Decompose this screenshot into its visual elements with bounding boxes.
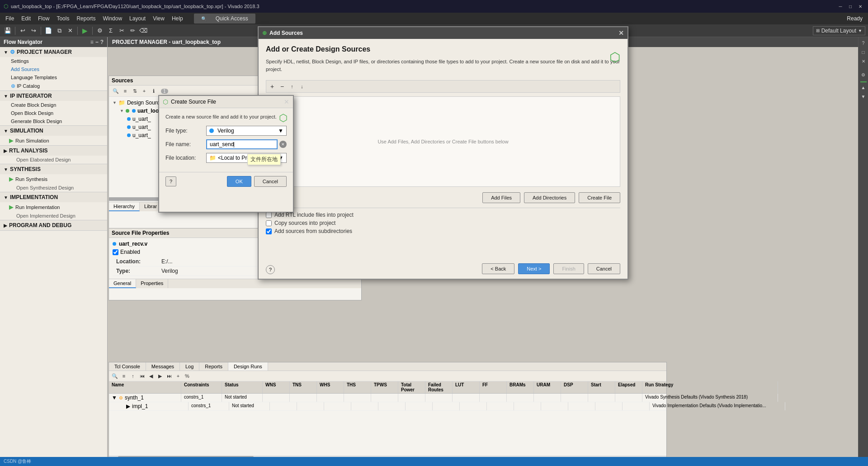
checkbox-subdirs[interactable] bbox=[266, 228, 272, 234]
help-circle-icon[interactable]: ? bbox=[266, 265, 275, 274]
cancel-button[interactable]: Cancel bbox=[588, 263, 620, 274]
fn-generate-block-design[interactable]: Generate Block Design bbox=[0, 117, 107, 125]
sfp-tab-properties[interactable]: Properties bbox=[136, 279, 168, 288]
tab-log[interactable]: Log bbox=[180, 362, 199, 371]
copy-button[interactable]: ⧉ bbox=[54, 26, 64, 36]
fn-language-templates[interactable]: Language Templates bbox=[0, 73, 107, 81]
menu-tools[interactable]: Tools bbox=[53, 14, 73, 23]
synth-expand[interactable]: ▼ bbox=[112, 395, 117, 401]
add-file-button[interactable]: + bbox=[140, 87, 148, 95]
rp-chevron-up[interactable]: ▲ bbox=[859, 83, 868, 91]
bt-first[interactable]: ⏮ bbox=[138, 372, 146, 380]
checkbox-copy[interactable] bbox=[266, 220, 272, 226]
add-directories-button[interactable]: Add Directories bbox=[524, 192, 575, 203]
menu-file[interactable]: File bbox=[2, 14, 18, 23]
fn-add-sources[interactable]: Add Sources bbox=[0, 65, 107, 73]
checkbox-rtl[interactable] bbox=[266, 212, 272, 218]
close-button[interactable]: ✕ bbox=[856, 3, 864, 10]
bt-percent[interactable]: % bbox=[183, 372, 191, 380]
tab-tcl-console[interactable]: Tcl Console bbox=[109, 362, 146, 371]
clear-filename-button[interactable]: ✕ bbox=[279, 141, 287, 148]
csf-ok-button[interactable]: OK bbox=[227, 176, 251, 187]
create-file-button[interactable]: Create File bbox=[579, 192, 620, 203]
redo-button[interactable]: ↪ bbox=[28, 26, 38, 36]
maximize-button[interactable]: □ bbox=[846, 3, 854, 10]
quick-access-button[interactable]: 🔍 Quick Access bbox=[194, 14, 255, 24]
collapse-button[interactable]: ⇅ bbox=[131, 87, 139, 95]
menu-help[interactable]: Help bbox=[168, 14, 187, 23]
file-name-input[interactable]: uart_send bbox=[206, 139, 278, 149]
fn-settings[interactable]: Settings bbox=[0, 57, 107, 65]
sfp-tab-general[interactable]: General bbox=[109, 279, 136, 288]
menu-layout[interactable]: Layout bbox=[126, 14, 149, 23]
fn-open-implemented[interactable]: Open Implemented Design bbox=[0, 212, 107, 220]
new-button[interactable]: 📄 bbox=[43, 26, 53, 36]
add-sources-close[interactable]: ✕ bbox=[618, 29, 624, 37]
impl-expand[interactable]: ▶ bbox=[119, 403, 130, 409]
tab-messages[interactable]: Messages bbox=[146, 362, 180, 371]
rp-help[interactable]: ? bbox=[859, 39, 868, 47]
fn-ip-catalog[interactable]: ⊕ IP Catalog bbox=[0, 81, 107, 90]
fn-open-block-design[interactable]: Open Block Design bbox=[0, 109, 107, 117]
sfp-enabled-checkbox[interactable] bbox=[113, 249, 118, 255]
section-prog-header[interactable]: ▶ PROGRAM AND DEBUG bbox=[0, 220, 107, 230]
fa-remove-button[interactable]: − bbox=[278, 82, 286, 90]
fa-up-button[interactable]: ↑ bbox=[288, 82, 296, 90]
bt-skip[interactable]: ⏭ bbox=[165, 372, 173, 380]
file-type-select[interactable]: Verilog ▼ bbox=[206, 126, 287, 136]
bt-search[interactable]: 🔍 bbox=[111, 372, 119, 380]
erase-button[interactable]: ⌫ bbox=[138, 26, 148, 36]
fa-down-button[interactable]: ↓ bbox=[298, 82, 306, 90]
section-ip-header[interactable]: ▼ IP INTEGRATOR bbox=[0, 91, 107, 101]
undo-button[interactable]: ↩ bbox=[18, 26, 28, 36]
minimize-button[interactable]: ─ bbox=[836, 3, 844, 10]
filter-button[interactable]: ≡ bbox=[121, 87, 129, 95]
csf-close-button[interactable]: ✕ bbox=[284, 98, 289, 105]
bt-play[interactable]: ▶ bbox=[156, 372, 164, 380]
fn-create-block-design[interactable]: Create Block Design bbox=[0, 101, 107, 109]
tab-reports[interactable]: Reports bbox=[199, 362, 228, 371]
rp-close[interactable]: ✕ bbox=[859, 57, 868, 65]
fn-run-simulation[interactable]: ▶ Run Simulation bbox=[0, 136, 107, 145]
fn-icon2[interactable]: − bbox=[95, 39, 99, 45]
fa-add-button[interactable]: + bbox=[268, 82, 276, 90]
tab-design-runs[interactable]: Design Runs bbox=[228, 362, 268, 371]
menu-view[interactable]: View bbox=[149, 14, 168, 23]
rp-minimize[interactable]: □ bbox=[859, 48, 868, 56]
info-button[interactable]: ℹ bbox=[150, 87, 158, 95]
csf-cancel-button[interactable]: Cancel bbox=[254, 176, 287, 187]
table-row-synth[interactable]: ▼ ⚙ synth_1 constrs_1 Not started bbox=[109, 394, 666, 402]
sum-button[interactable]: Σ bbox=[106, 26, 116, 36]
menu-window[interactable]: Window bbox=[99, 14, 126, 23]
table-row-impl[interactable]: ▶ impl_1 constrs_1 Not started bbox=[109, 402, 666, 411]
run-button[interactable]: ▶ bbox=[80, 26, 90, 36]
search-button[interactable]: 🔍 bbox=[112, 87, 120, 95]
bt-up[interactable]: ↑ bbox=[129, 372, 137, 380]
tab-hierarchy[interactable]: Hierarchy bbox=[109, 202, 140, 211]
bt-prev[interactable]: ◀ bbox=[147, 372, 155, 380]
add-files-button[interactable]: Add Files bbox=[482, 192, 520, 203]
rp-settings[interactable]: ⚙ bbox=[859, 71, 868, 79]
fn-run-synthesis[interactable]: ▶ Run Synthesis bbox=[0, 174, 107, 184]
section-sim-header[interactable]: ▼ SIMULATION bbox=[0, 126, 107, 136]
csf-help-button[interactable]: ? bbox=[165, 176, 176, 186]
fn-icon3[interactable]: ? bbox=[100, 39, 104, 45]
cut-button[interactable]: ✂ bbox=[117, 26, 127, 36]
rp-chevron-down[interactable]: ▼ bbox=[859, 92, 868, 100]
menu-reports[interactable]: Reports bbox=[73, 14, 99, 23]
delete-button[interactable]: ✕ bbox=[65, 26, 75, 36]
bt-filter[interactable]: ≡ bbox=[120, 372, 128, 380]
pencil-button[interactable]: ✏ bbox=[127, 26, 137, 36]
back-button[interactable]: < Back bbox=[482, 263, 514, 274]
section-pm-header[interactable]: ▼ ⚙ PROJECT MANAGER bbox=[0, 47, 107, 57]
layout-dropdown[interactable]: ⊞ Default Layout ▼ bbox=[813, 26, 865, 35]
fn-open-synthesized[interactable]: Open Synthesized Design bbox=[0, 184, 107, 192]
section-rtl-header[interactable]: ▶ RTL ANALYSIS bbox=[0, 146, 107, 156]
next-button[interactable]: Next > bbox=[518, 263, 550, 274]
finish-button[interactable]: Finish bbox=[553, 263, 584, 274]
fn-open-elaborated[interactable]: Open Elaborated Design bbox=[0, 156, 107, 164]
settings-button[interactable]: ⚙ bbox=[95, 26, 105, 36]
save-button[interactable]: 💾 bbox=[3, 26, 13, 36]
menu-edit[interactable]: Edit bbox=[18, 14, 34, 23]
fn-run-implementation[interactable]: ▶ Run Implementation bbox=[0, 202, 107, 212]
